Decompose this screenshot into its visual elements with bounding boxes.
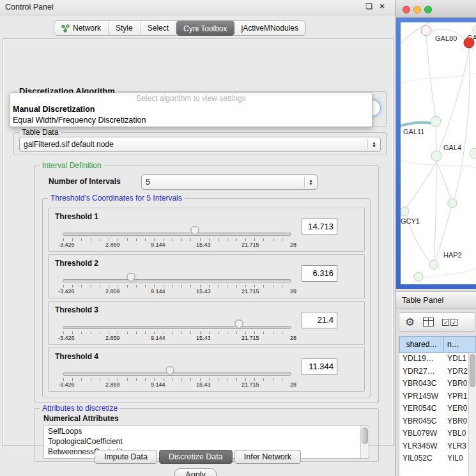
cell-shared-name[interactable]: YDL19… (399, 353, 444, 365)
attributes-scrollbar-thumb[interactable] (362, 427, 368, 444)
slider-track[interactable] (63, 279, 291, 282)
tab-impute-data[interactable]: Impute Data (95, 450, 157, 464)
algorithm-option-manual[interactable]: Manual Discretization (10, 104, 372, 115)
column-header-shared-name[interactable]: shared… (399, 336, 444, 353)
slider-track[interactable] (63, 233, 291, 236)
slider-track[interactable] (63, 326, 291, 329)
scale-tick-label: 21.715 (242, 335, 259, 341)
checkbox-icon: ✓ (450, 319, 457, 326)
network-edge (436, 127, 436, 151)
columns-icon[interactable] (423, 318, 434, 326)
close-window-button[interactable] (403, 6, 410, 13)
slider-track[interactable] (63, 372, 291, 376)
cell-shared-name[interactable]: YIL052C (399, 452, 444, 465)
tab-jactivemnodules[interactable]: jActiveMNodules (234, 21, 305, 35)
slider-thumb[interactable] (126, 272, 136, 283)
network-node[interactable] (421, 26, 431, 36)
slider-ticks (63, 378, 291, 381)
network-canvas[interactable]: GAL80GAGAL11GAL4GCY1HAP2 (401, 22, 476, 284)
attributes-group-title: Attributes to discretize (40, 404, 120, 413)
threshold-value-field[interactable]: 21.4 (302, 312, 337, 328)
threshold-slider[interactable]: -3.426 2.859 9.144 15.43 21.715 28 (63, 227, 291, 249)
number-of-intervals-combobox[interactable]: 5 ▲▼ (141, 174, 318, 190)
scale-tick-label: -3.426 (58, 288, 75, 295)
attribute-list-item[interactable]: SelfLoops (44, 426, 369, 436)
tab-select[interactable]: Select (141, 21, 176, 35)
threshold-slider[interactable]: -3.426 2.859 9.144 15.43 21.715 28 (63, 274, 291, 296)
threshold-panel: Threshold 1 (48, 208, 365, 252)
tab-select-label: Select (148, 24, 169, 33)
threshold-value-field[interactable]: 14.713 (302, 219, 337, 235)
select-columns-icon[interactable]: ✓ ✓ (442, 319, 457, 326)
slider-thumb[interactable] (190, 226, 200, 236)
slider-thumb[interactable] (165, 365, 175, 376)
network-node[interactable] (431, 116, 441, 127)
network-node[interactable] (431, 151, 441, 161)
threshold-slider[interactable]: -3.426 2.859 9.144 15.43 21.715 28 (63, 367, 291, 389)
gear-icon[interactable]: ⚙ (405, 317, 415, 328)
cell-shared-name[interactable]: YLR345W (399, 440, 444, 453)
apply-button[interactable]: Apply (174, 468, 217, 476)
combo-arrows-icon[interactable]: ▲▼ (304, 177, 313, 187)
network-node[interactable] (464, 38, 474, 48)
algorithm-option-equal-width[interactable]: Equal Width/Frequency Discretization (10, 115, 372, 126)
float-window-icon[interactable]: ❏ (365, 2, 372, 11)
threshold-value-field[interactable]: 6.316 (302, 265, 337, 282)
threshold-label: Threshold 4 (55, 352, 98, 361)
network-icon (61, 24, 70, 33)
control-panel-titlebar[interactable]: Control Panel ❏ ✕ (0, 0, 395, 15)
table-row[interactable]: YDR27… YDR2 (399, 365, 476, 378)
bottom-tabstrip: Impute Data Discretize Data Infer Networ… (0, 450, 395, 464)
threshold-panel: Threshold 3 (48, 301, 365, 345)
table-row[interactable]: YPR145W YPR1 (399, 390, 476, 403)
scale-tick-label: 28 (290, 335, 296, 341)
scale-tick-label: 28 (290, 381, 296, 388)
tab-infer-network[interactable]: Infer Network (234, 450, 301, 464)
network-node[interactable] (401, 207, 409, 216)
scale-tick-label: 28 (290, 242, 296, 248)
cell-shared-name[interactable]: YBL079W (399, 427, 444, 440)
tab-discretize-data[interactable]: Discretize Data (159, 450, 233, 464)
threshold-slider[interactable]: -3.426 2.859 9.144 15.43 21.715 28 (63, 321, 291, 342)
network-node-label: GAL4 (443, 144, 461, 151)
network-node[interactable] (429, 260, 438, 269)
tab-cyni-toolbox[interactable]: Cyni Toolbox (176, 20, 234, 36)
scale-tick-label: 2.859 (105, 288, 120, 295)
threshold-label: Threshold 3 (55, 305, 98, 314)
cell-shared-name[interactable]: YBR043C (399, 378, 444, 390)
table-row[interactable]: YDL19… YDL1 (399, 353, 476, 365)
attribute-list-item[interactable]: TopologicalCoefficient (44, 436, 369, 447)
table-data-combobox[interactable]: galFiltered.sif default node ▲▼ (19, 137, 381, 152)
table-row[interactable]: YER054C YER0 (399, 403, 476, 415)
table-row[interactable]: YBR045C YBR0 (399, 415, 476, 428)
close-panel-icon[interactable]: ✕ (379, 2, 385, 11)
table-row[interactable]: YIL052C YIL0 (399, 452, 476, 465)
minimize-window-button[interactable] (413, 6, 421, 13)
scale-tick-label: 21.715 (242, 381, 259, 388)
table-panel-header[interactable]: Table Panel (396, 291, 476, 309)
combo-arrows-icon[interactable]: ▲▼ (367, 139, 376, 150)
cyni-panel-body: Discretization Algorithm Select algorith… (3, 38, 394, 446)
table-scrollbar[interactable] (468, 353, 476, 476)
table-toolbar: ⚙ ✓ ✓ (399, 312, 475, 332)
table-scrollbar-thumb[interactable] (470, 354, 475, 387)
algorithm-prompt: Select algorithm to view settings (10, 93, 372, 104)
table-row[interactable]: YBL079W YBL0 (399, 427, 476, 440)
cell-shared-name[interactable]: YER054C (399, 403, 444, 415)
threshold-value-field[interactable]: 11.344 (302, 358, 337, 375)
slider-thumb[interactable] (234, 319, 244, 330)
zoom-window-button[interactable] (424, 6, 432, 13)
table-row[interactable]: YBR043C YBR0 (399, 378, 476, 390)
table-row[interactable]: YLR345W YLR3 (399, 440, 476, 453)
network-edge (436, 161, 451, 199)
cell-shared-name[interactable]: YBR045C (399, 415, 444, 428)
tab-network[interactable]: Network (54, 21, 109, 35)
cell-shared-name[interactable]: YPR145W (399, 390, 444, 403)
interval-definition-title: Interval Definition (40, 161, 104, 171)
cell-shared-name[interactable]: YDR27… (399, 365, 444, 378)
network-node[interactable] (448, 199, 457, 208)
tab-style[interactable]: Style (109, 21, 141, 35)
network-node[interactable] (414, 272, 423, 281)
column-header-name[interactable]: n… (444, 336, 476, 353)
network-node[interactable] (470, 148, 476, 158)
